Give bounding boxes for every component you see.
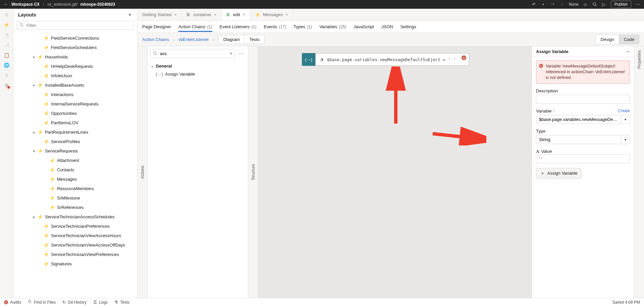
filter-input[interactable] — [17, 21, 134, 30]
action-chains-link[interactable]: Action Chains — [142, 37, 169, 42]
bolt-icon: ⚡ — [38, 214, 43, 219]
layout-item[interactable]: ⚡Messages — [13, 174, 137, 184]
sub-tab[interactable]: Events (17) — [264, 21, 286, 32]
undo-icon[interactable]: ↶ — [531, 2, 537, 7]
file-tab[interactable]: 🗎edit× — [221, 9, 250, 20]
tests-tab[interactable]: Tests — [245, 35, 264, 44]
variable-dropdown[interactable]: ▾ — [621, 115, 630, 124]
sub-tab[interactable]: Variables (25) — [319, 21, 346, 32]
redo-menu-icon[interactable]: ▾ — [559, 2, 565, 7]
layout-item[interactable]: ⚡ServiceTechnicianViewAccessOffDays — [13, 240, 137, 250]
layout-item[interactable]: ⚡ResourceMembers — [13, 184, 137, 193]
layout-tree[interactable]: ⚡FieldServiceConnections⚡FieldServiceSch… — [13, 32, 137, 298]
diagram-node[interactable]: (→) A $base.page.variables.newMessageDef… — [302, 53, 469, 66]
git-history-button[interactable]: ↻ Git History — [62, 300, 87, 305]
chain-name-link[interactable]: vbEnterListener — [178, 37, 209, 42]
add-layout-icon[interactable]: ＋ — [127, 12, 132, 17]
workspace-name[interactable]: Workspace CX — [11, 2, 40, 7]
action-assign-variable[interactable]: (→) Assign Variable — [151, 70, 245, 78]
undo-menu-icon[interactable]: ▾ — [541, 2, 546, 7]
layout-item[interactable]: ⚡PartItemsLOV — [13, 118, 137, 127]
actions-search-input[interactable] — [150, 49, 235, 58]
layout-item[interactable]: ⚡Attachment — [13, 156, 137, 165]
design-toggle[interactable]: Design — [595, 35, 619, 44]
variable-input[interactable] — [536, 115, 621, 124]
layout-item[interactable]: ⚡ServiceProfiles — [13, 137, 137, 146]
file-icon[interactable]: 🗎 — [4, 73, 9, 78]
logs-button[interactable]: ☰ Logs — [93, 300, 108, 305]
layout-item[interactable]: ⚡Opportunities — [13, 108, 137, 118]
layout-item[interactable]: ▸⚡InstalledBaseAssets — [13, 80, 137, 90]
file-tab[interactable]: ⚡Messages× — [250, 9, 293, 20]
layout-item[interactable]: ⚡Interactions — [13, 90, 137, 99]
find-in-files-button[interactable]: Find in Files — [28, 300, 56, 305]
close-icon[interactable]: × — [214, 12, 216, 17]
bolt-icon: ⚡ — [50, 195, 55, 201]
close-icon[interactable]: × — [174, 12, 176, 17]
layout-item[interactable]: ⚡FieldServiceConnections — [13, 33, 137, 43]
redo-icon[interactable]: ↷ — [550, 2, 555, 7]
structure-rail[interactable]: Structure — [248, 46, 258, 298]
close-icon[interactable]: × — [285, 12, 288, 17]
sub-tab[interactable]: Page Designer — [142, 21, 171, 32]
search-icon[interactable] — [592, 2, 597, 7]
layout-item[interactable]: ⚡ServiceTechnicianViewPreferences — [13, 250, 137, 259]
back-icon[interactable]: ← — [3, 2, 9, 7]
more-icon[interactable]: ⋯ — [635, 2, 641, 7]
device-none[interactable]: None — [569, 2, 579, 7]
layout-item[interactable]: ▸⚡Households — [13, 52, 137, 61]
layout-item[interactable]: ⚡SrReferences — [13, 203, 137, 212]
clipboard-icon[interactable]: 📋 — [4, 52, 9, 58]
repo-name[interactable]: cx_extension.git/ — [48, 2, 77, 7]
layout-item[interactable]: ⚡InternalServiceRequests — [13, 99, 137, 108]
layout-item[interactable]: ⚡HrHelpDeskRequests — [13, 61, 137, 71]
sub-tab[interactable]: Settings — [400, 21, 416, 32]
tests-button[interactable]: ⚗ Tests — [114, 300, 129, 305]
clock-icon[interactable]: ◔ — [4, 32, 9, 38]
sub-tab[interactable]: Types (1) — [293, 21, 312, 32]
smile-icon[interactable]: ☺ — [583, 2, 588, 7]
close-icon[interactable]: × — [243, 12, 245, 17]
sub-tab[interactable]: JavaScript — [354, 21, 374, 32]
properties-more-icon[interactable]: ⋯ — [626, 49, 630, 54]
sub-tab[interactable]: Action Chains (1) — [178, 21, 212, 32]
sub-tab[interactable]: JSON — [381, 21, 393, 32]
type-input[interactable] — [536, 135, 621, 144]
code-toggle[interactable]: Code — [619, 35, 639, 44]
actions-more-icon[interactable]: ⋯ — [237, 50, 245, 57]
layout-item[interactable]: ▸⚡PartRequirementLines — [13, 127, 137, 137]
branch-name[interactable]: mhoope-20240823 — [80, 2, 115, 7]
file-tab[interactable]: 🗎container× — [181, 9, 221, 20]
audits-button[interactable]: ⊘ Audits — [4, 300, 21, 305]
globe-icon[interactable]: 🌐 — [4, 62, 9, 68]
clear-search-icon[interactable]: × — [230, 51, 232, 56]
description-input[interactable] — [536, 95, 630, 104]
monitor-icon[interactable]: 🖥 — [4, 12, 9, 17]
layout-item[interactable]: ⚡ServiceTechnicianViewAccessHours — [13, 231, 137, 240]
layout-item[interactable]: ▾⚡ServiceRequests — [13, 146, 137, 156]
create-variable-link[interactable]: Create — [618, 108, 630, 113]
puzzle-icon[interactable]: ⬢ — [4, 83, 9, 88]
layout-item[interactable]: ⚡SrMilestone — [13, 193, 137, 203]
add-assign-variable-button[interactable]: ＋ Assign Variable — [536, 168, 582, 179]
actions-rail[interactable]: Actions — [138, 46, 148, 298]
publish-button[interactable]: Publish — [611, 1, 631, 8]
diagram-tab[interactable]: Diagram — [219, 35, 245, 44]
layout-item[interactable]: ⚡FieldServiceSchedulers — [13, 43, 137, 52]
bolt-icon[interactable]: ⚡ — [4, 22, 9, 28]
value-input[interactable] — [536, 154, 630, 163]
properties-rail[interactable]: Properties — [634, 46, 644, 298]
type-dropdown[interactable]: ▾ — [621, 135, 630, 144]
play-icon[interactable]: ▷ — [601, 2, 607, 7]
layout-item[interactable]: ⚡Contacts — [13, 165, 137, 174]
node-error-icon[interactable]: ⊘ — [462, 55, 466, 60]
layout-item[interactable]: ⚡InfoletJson — [13, 71, 137, 80]
layout-item[interactable]: ▸⚡ServiceTechnicianAccessSchedules — [13, 212, 137, 221]
branch-icon[interactable]: ⎇ — [4, 42, 9, 48]
file-tab[interactable]: Getting Started× — [138, 9, 181, 20]
layout-item[interactable]: ⚡Signatures — [13, 259, 137, 268]
layout-item[interactable]: ⚡ServiceTechnicianPreferences — [13, 221, 137, 231]
actions-group-general[interactable]: ⌄ General — [151, 62, 245, 70]
diagram-canvas[interactable]: (→) A $base.page.variables.newMessageDef… — [258, 46, 532, 298]
sub-tab[interactable]: Event Listeners (1) — [220, 21, 257, 32]
